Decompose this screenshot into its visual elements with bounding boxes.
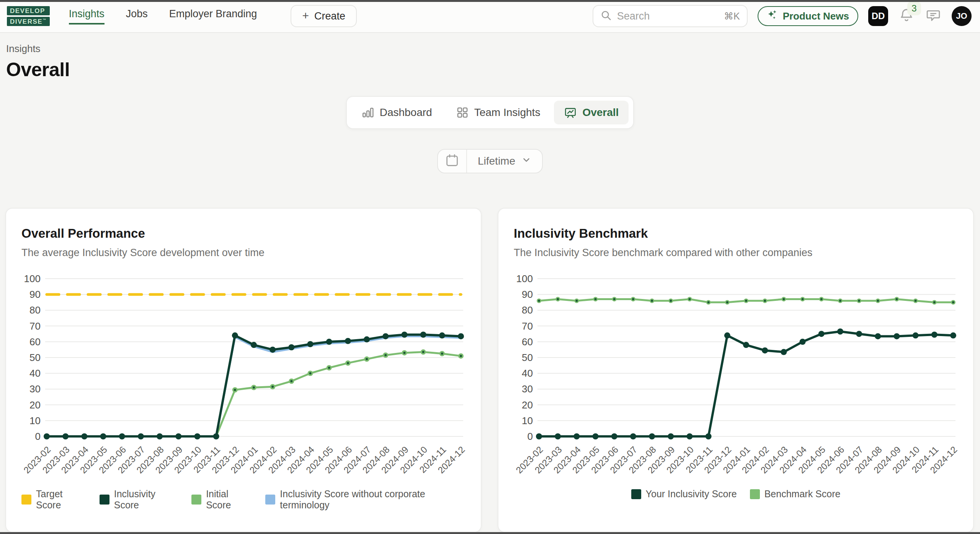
svg-text:90: 90	[29, 289, 41, 300]
legend-label: Benchmark Score	[764, 488, 841, 500]
top-navigation-bar: DEVELOP DIVERSE™ InsightsJobsEmployer Br…	[0, 0, 980, 33]
legend-label: Inclusivity Score without corporate term…	[280, 488, 466, 511]
svg-text:90: 90	[522, 289, 533, 300]
develop-diverse-logo[interactable]: DEVELOP DIVERSE™	[7, 6, 50, 26]
view-tabs: DashboardTeam InsightsOverall	[346, 96, 634, 129]
main-nav: InsightsJobsEmployer Branding	[69, 0, 257, 32]
card-title: Overall Performance	[21, 226, 466, 241]
search-shortcut-hint: ⌘K	[724, 11, 740, 22]
window-bottom-edge	[0, 532, 980, 534]
inclusivity-benchmark-card: Inclusivity Benchmark The Inclusivity Sc…	[498, 208, 974, 532]
legend-label: Initial Score	[206, 488, 252, 511]
tab-label: Team Insights	[474, 106, 541, 119]
page-title: Overall	[6, 59, 971, 81]
date-range-filter: Lifetime	[437, 149, 543, 173]
svg-text:60: 60	[522, 336, 533, 348]
svg-text:50: 50	[29, 352, 41, 363]
nav-item-label: Insights	[69, 8, 105, 24]
card-subtitle: The average Inclusivity Score developmen…	[21, 247, 466, 259]
svg-text:0: 0	[528, 431, 533, 442]
logo-line-develop: DEVELOP	[7, 6, 50, 15]
card-title: Inclusivity Benchmark	[514, 226, 958, 241]
search-box[interactable]: ⌘K	[593, 5, 748, 27]
calendar-icon	[445, 153, 459, 169]
plus-icon: +	[302, 10, 309, 21]
logo-line-diverse: DIVERSE™	[7, 17, 50, 26]
svg-text:10: 10	[29, 415, 41, 426]
legend-label: Target Score	[36, 488, 87, 511]
legend-item-inclusivity-score-without-corporate-terminology: Inclusivity Score without corporate term…	[265, 488, 466, 511]
svg-text:0: 0	[35, 431, 41, 442]
legend-item-your-inclusivity-score: Your Inclusivity Score	[631, 488, 737, 500]
messages-button[interactable]	[925, 6, 942, 26]
legend-swatch	[750, 489, 760, 499]
overall-performance-legend: Target ScoreInclusivity ScoreInitial Sco…	[21, 488, 466, 511]
user-avatar[interactable]: JO	[952, 6, 972, 26]
search-icon	[600, 10, 612, 23]
svg-text:30: 30	[29, 383, 41, 395]
notifications-button[interactable]: 3	[898, 6, 915, 26]
range-select-value: Lifetime	[478, 155, 515, 167]
chat-bubble-icon	[926, 8, 941, 24]
notification-count-badge: 3	[907, 2, 921, 15]
svg-text:50: 50	[522, 352, 533, 363]
legend-swatch	[191, 495, 201, 505]
window-top-edge	[0, 0, 980, 2]
svg-text:20: 20	[522, 399, 533, 411]
create-button-label: Create	[314, 10, 345, 22]
product-news-label: Product News	[783, 10, 849, 22]
svg-text:40: 40	[522, 367, 533, 379]
tab-label: Overall	[582, 106, 619, 119]
legend-swatch	[265, 495, 275, 505]
grid-icon	[456, 106, 469, 119]
bar-chart-icon	[361, 106, 374, 119]
breadcrumb[interactable]: Insights	[6, 43, 971, 55]
calendar-button[interactable]	[438, 150, 467, 173]
inclusivity-benchmark-legend: Your Inclusivity ScoreBenchmark Score	[514, 488, 958, 500]
tab-label: Dashboard	[380, 106, 432, 119]
svg-text:100: 100	[516, 273, 533, 284]
card-subtitle: The Inclusivity Score benchmark compared…	[514, 247, 958, 259]
overall-performance-card: Overall Performance The average Inclusiv…	[5, 208, 482, 532]
overall-performance-chart: 01020304050607080901002023-022023-032023…	[21, 269, 467, 488]
chevron-down-icon	[521, 155, 531, 168]
svg-text:80: 80	[522, 304, 533, 316]
nav-item-label: Jobs	[126, 8, 148, 24]
nav-item-insights[interactable]: Insights	[69, 0, 105, 32]
presentation-chart-icon	[564, 106, 577, 119]
nav-item-label: Employer Branding	[169, 8, 257, 24]
search-input[interactable]	[617, 10, 719, 22]
inclusivity-benchmark-chart: 01020304050607080901002023-022023-032023…	[514, 269, 959, 488]
svg-text:60: 60	[29, 336, 41, 348]
nav-item-employer-branding[interactable]: Employer Branding	[169, 0, 257, 32]
svg-text:100: 100	[24, 273, 41, 284]
sparkles-icon	[767, 9, 778, 23]
svg-text:10: 10	[522, 415, 533, 426]
svg-text:70: 70	[522, 320, 533, 332]
legend-item-initial-score: Initial Score	[191, 488, 252, 511]
product-news-button[interactable]: Product News	[758, 6, 858, 26]
tab-dashboard[interactable]: Dashboard	[351, 101, 442, 124]
tab-overall[interactable]: Overall	[554, 101, 629, 124]
svg-text:30: 30	[522, 383, 533, 395]
workspace-badge[interactable]: DD	[868, 6, 888, 26]
legend-swatch	[100, 495, 109, 505]
legend-item-target-score: Target Score	[21, 488, 87, 511]
range-select[interactable]: Lifetime	[467, 150, 542, 173]
legend-label: Your Inclusivity Score	[646, 488, 737, 500]
svg-text:80: 80	[29, 304, 41, 316]
nav-item-jobs[interactable]: Jobs	[126, 0, 148, 32]
legend-label: Inclusivity Score	[114, 488, 178, 511]
svg-text:70: 70	[29, 320, 41, 332]
legend-swatch	[631, 489, 641, 499]
tab-team-insights[interactable]: Team Insights	[446, 101, 550, 124]
legend-swatch	[21, 495, 31, 505]
create-button[interactable]: + Create	[291, 5, 357, 27]
legend-item-benchmark-score: Benchmark Score	[750, 488, 841, 500]
svg-text:40: 40	[29, 367, 41, 379]
svg-text:20: 20	[29, 399, 41, 411]
legend-item-inclusivity-score: Inclusivity Score	[100, 488, 178, 511]
